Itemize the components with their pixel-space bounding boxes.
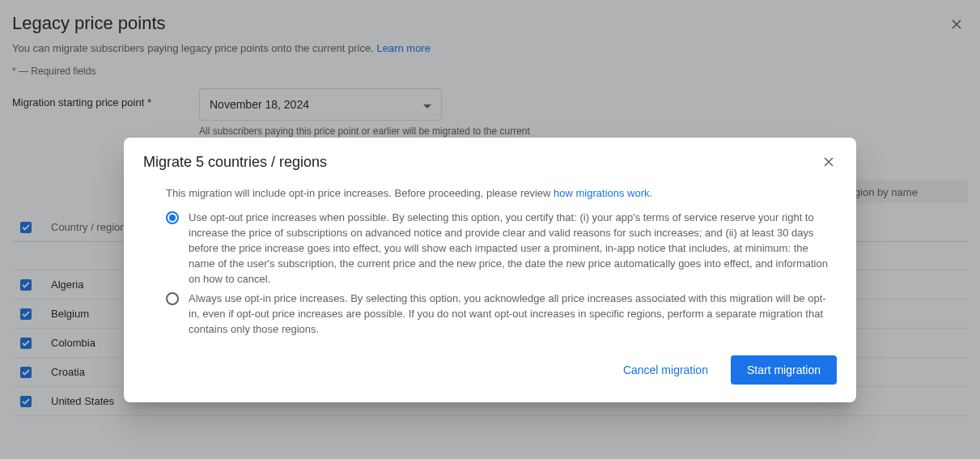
how-migrations-work-link[interactable]: how migrations work xyxy=(554,187,650,199)
cancel-migration-button[interactable]: Cancel migration xyxy=(607,355,724,385)
opt-in-radio[interactable] xyxy=(166,292,179,305)
modal-title: Migrate 5 countries / regions xyxy=(143,154,327,171)
opt-out-label: Use opt-out price increases when possibl… xyxy=(189,210,837,287)
start-migration-button[interactable]: Start migration xyxy=(731,355,837,385)
migrate-modal: Migrate 5 countries / regions This migra… xyxy=(124,138,856,402)
modal-intro: This migration will include opt-in price… xyxy=(143,187,837,199)
opt-in-label: Always use opt-in price increases. By se… xyxy=(189,291,837,338)
modal-scrim: Migrate 5 countries / regions This migra… xyxy=(0,0,980,459)
modal-close-icon[interactable] xyxy=(821,154,837,172)
opt-out-radio[interactable] xyxy=(166,211,179,224)
